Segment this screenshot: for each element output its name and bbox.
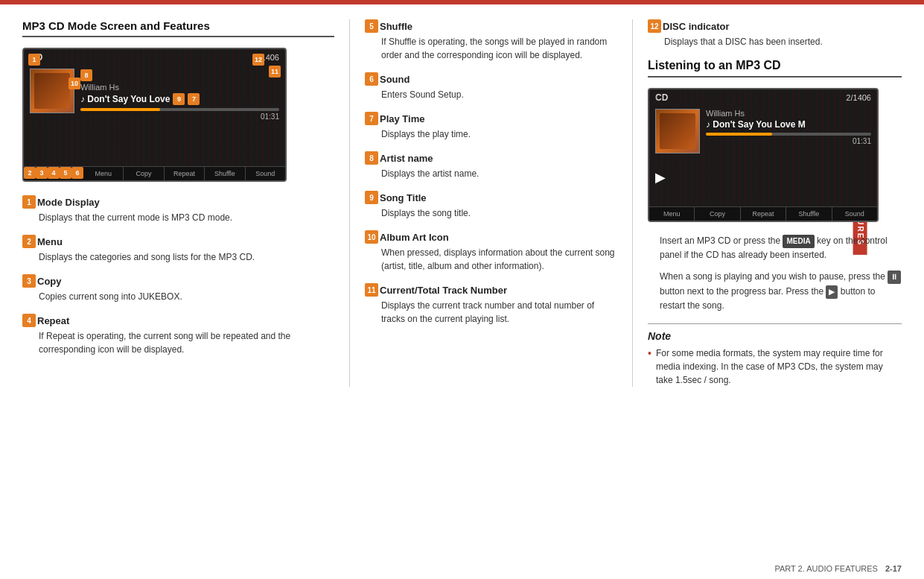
screen-btn-copy-left[interactable]: Copy (124, 167, 164, 180)
annot-6: 6 (71, 167, 83, 179)
feature-desc-4: If Repeat is operating, the current song… (22, 329, 334, 356)
annot-8: 8 (80, 69, 92, 81)
screen-time-left: 01:31 (80, 113, 279, 121)
feature-title-6: 6 Sound (365, 72, 617, 86)
badge-4: 4 (22, 314, 36, 327)
annot-12: 12 (252, 54, 264, 66)
screen-artist-left: William Hs (80, 83, 279, 92)
badge-1: 1 (22, 195, 36, 209)
right-section-title: Listening to an MP3 CD (648, 59, 902, 77)
badge-7: 7 (365, 112, 378, 125)
feature-label-3: Copy (37, 276, 62, 287)
feature-desc-3: Copies current song into JUKEBOX. (22, 290, 334, 303)
left-screen-mockup: 1 12 11 CD 2/1406 10 8 (22, 48, 287, 182)
screen-btn-sound-left[interactable]: Sound (246, 167, 285, 180)
feature-8: 8 Artist name Displays the artist name. (365, 151, 617, 180)
feature-1: 1 Mode Display Displays that the current… (22, 195, 334, 224)
badge-12: 12 (648, 19, 661, 33)
badge-9: 9 (365, 191, 378, 204)
sound-label-right: Sound (834, 210, 876, 218)
screen-body-left: 8 William Hs ♪ Don't Say You Love 9 7 01… (24, 66, 285, 151)
screen-text-area-right: William Hs ♪ Don't Say You Love M 01:31 (706, 109, 871, 145)
screen-btn-shuffle-left[interactable]: Shuffle (205, 167, 245, 180)
annot-7: 7 (188, 93, 200, 105)
annot-10: 10 (68, 77, 80, 89)
step-1: Insert an MP3 CD or press the MEDIA key … (648, 234, 902, 262)
screen-buttons-right: Menu Copy Repeat Shuffle Sound (649, 206, 877, 221)
badge-8: 8 (365, 151, 378, 165)
footer-page: 2-17 (885, 564, 902, 573)
shuffle-label-left: Shuffle (206, 170, 243, 177)
menu-label-right: Menu (651, 210, 692, 218)
feature-title-9: 9 Song Title (365, 191, 617, 204)
feature-5: 5 Shuffle If Shuffle is operating, the s… (365, 19, 617, 62)
feature-title-1: 1 Mode Display (22, 195, 334, 209)
annot-11: 11 (269, 66, 281, 77)
feature-desc-12: Displays that a DISC has been inserted. (648, 35, 902, 48)
sound-label-left: Sound (247, 170, 284, 177)
annot-4: 4 (48, 167, 60, 179)
shuffle-label-right: Shuffle (788, 210, 829, 218)
feature-title-10: 10 Album Art Icon (365, 230, 617, 244)
screen-progress-right (706, 133, 871, 136)
feature-desc-8: Displays the artist name. (365, 167, 617, 180)
copy-label-left: Copy (125, 170, 162, 177)
screen-btn-sound-right[interactable]: Sound (832, 207, 877, 221)
screen-time-right: 01:31 (706, 137, 871, 145)
badge-11: 11 (365, 283, 378, 297)
screen-title-right: ♪ Don't Say You Love M (706, 119, 871, 130)
feature-label-11: Current/Total Track Number (380, 285, 507, 296)
repeat-label-left: Repeat (166, 170, 203, 177)
feature-title-2: 2 Menu (22, 235, 334, 248)
step-2-text-pre: When a song is playing and you wish to p… (660, 271, 888, 282)
feature-4: 4 Repeat If Repeat is operating, the cur… (22, 314, 334, 356)
screen-btn-shuffle-right[interactable]: Shuffle (786, 207, 832, 221)
step-2-text-mid: button next to the progress bar. Press t… (660, 286, 826, 297)
feature-12: 12 DISC indicator Displays that a DISC h… (648, 19, 902, 48)
badge-5: 5 (365, 19, 378, 33)
feature-label-9: Song Title (380, 192, 427, 203)
album-art-inner (34, 73, 70, 109)
note-bullet: • For some media formats, the system may… (648, 347, 902, 387)
left-column: MP3 CD Mode Screen and Features 1 12 11 … (22, 19, 350, 387)
feature-2: 2 Menu Displays the categories and song … (22, 235, 334, 264)
step-2: When a song is playing and you wish to p… (648, 270, 902, 313)
feature-9: 9 Song Title Displays the song title. (365, 191, 617, 220)
badge-3: 3 (22, 274, 36, 288)
screen-title-left: ♪ Don't Say You Love (80, 94, 170, 104)
copy-label-right: Copy (696, 210, 738, 218)
screen-btn-repeat-right[interactable]: Repeat (741, 207, 786, 221)
annot-9: 9 (173, 93, 185, 105)
album-art-inner-right (660, 113, 695, 149)
screen-progress-left (80, 108, 279, 111)
feature-3: 3 Copy Copies current song into JUKEBOX. (22, 274, 334, 303)
album-art-right (655, 109, 700, 154)
feature-label-1: Mode Display (37, 197, 100, 208)
feature-label-7: Play Time (380, 113, 424, 124)
annot-3: 3 (36, 167, 48, 179)
feature-10: 10 Album Art Icon When pressed, displays… (365, 230, 617, 273)
badge-6: 6 (365, 72, 378, 86)
media-badge: MEDIA (783, 235, 814, 248)
feature-desc-1: Displays that the current mode is MP3 CD… (22, 211, 334, 224)
feature-desc-10: When pressed, displays information about… (365, 246, 617, 273)
annot-5: 5 (60, 167, 71, 179)
screen-artist-right: William Hs (706, 109, 871, 118)
screen-btn-repeat-left[interactable]: Repeat (165, 167, 205, 180)
screen-btn-copy-right[interactable]: Copy (695, 207, 740, 221)
badge-2: 2 (22, 235, 36, 248)
feature-title-4: 4 Repeat (22, 314, 334, 327)
play-icon-badge: ▶ (826, 285, 838, 299)
feature-label-2: Menu (37, 236, 63, 247)
repeat-label-right: Repeat (742, 210, 784, 218)
screen-btn-menu-left[interactable]: Menu (83, 167, 124, 180)
feature-title-12: 12 DISC indicator (648, 19, 902, 33)
note-section: Note • For some media formats, the syste… (648, 323, 902, 387)
note-title: Note (648, 330, 902, 342)
feature-title-7: 7 Play Time (365, 112, 617, 125)
feature-label-4: Repeat (37, 315, 69, 326)
screen-btn-menu-right[interactable]: Menu (649, 207, 695, 221)
page-footer: PART 2. AUDIO FEATURES 2-17 (774, 564, 902, 573)
step-1-text-pre: Insert an MP3 CD or press the (660, 235, 783, 246)
steps-list: Insert an MP3 CD or press the MEDIA key … (648, 234, 902, 313)
